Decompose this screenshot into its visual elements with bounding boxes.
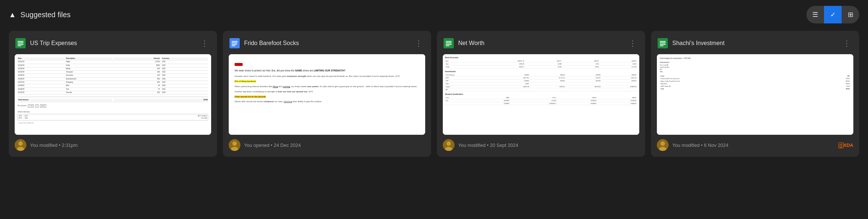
svg-rect-13	[232, 44, 237, 45]
card-meta: You modified • 2:31pm	[30, 142, 78, 148]
svg-rect-14	[232, 45, 235, 46]
more-icon: ⋮	[415, 39, 422, 48]
view-toggle-group: ☰ ✓ ⊞	[806, 6, 859, 23]
doc-highlight	[235, 63, 243, 66]
svg-rect-1	[18, 41, 23, 42]
more-options-button[interactable]: ⋮	[840, 37, 853, 50]
sheets-icon	[443, 37, 455, 49]
svg-rect-4	[18, 45, 21, 46]
card-us-trip[interactable]: US Trip Expenses ⋮ DateDescriptionAmount…	[9, 31, 217, 157]
collapse-icon[interactable]: ▲	[9, 11, 16, 19]
card-footer: You modified • 6 Nov 2024 []XDA	[657, 139, 853, 151]
avatar	[15, 139, 26, 151]
svg-point-26	[446, 141, 451, 146]
card-header: US Trip Expenses ⋮	[15, 37, 211, 50]
card-preview: DateDescriptionAmountCurrency 01/01/24Fl…	[15, 54, 211, 135]
svg-rect-32	[660, 45, 663, 46]
menu-button[interactable]: ☰	[806, 6, 824, 23]
card-footer: You opened • 24 Dec 2024	[229, 139, 425, 151]
svg-point-36	[661, 141, 665, 146]
card-preview: Total budget for investment = ₹70,000 In…	[657, 54, 853, 135]
svg-rect-3	[18, 44, 23, 45]
avatar	[229, 139, 240, 151]
sheets-icon	[15, 37, 26, 49]
card-meta: You opened • 24 Dec 2024	[244, 142, 301, 148]
networth-preview-content: Bank Accounts Axis108097.742641772001971…	[443, 54, 639, 135]
invest-preview-content: Total budget for investment = ₹70,000 In…	[657, 54, 853, 135]
svg-rect-22	[446, 45, 449, 46]
card-preview: Bank Accounts Axis108097.742641772001971…	[443, 54, 639, 135]
more-icon: ⋮	[843, 39, 850, 48]
svg-rect-11	[232, 41, 238, 42]
svg-rect-31	[660, 44, 666, 45]
card-meta: You modified • 20 Sept 2024	[458, 142, 518, 148]
more-icon: ⋮	[629, 39, 636, 48]
card-footer: You modified • 20 Sept 2024	[443, 139, 639, 151]
header-left: ▲ Suggested files	[9, 11, 71, 19]
more-options-button[interactable]: ⋮	[198, 37, 211, 50]
svg-rect-30	[660, 42, 666, 43]
card-title-group: Shachi's Investment	[657, 37, 725, 49]
card-header: Net Worth ⋮	[443, 37, 639, 50]
docs-icon	[229, 37, 240, 49]
more-icon: ⋮	[201, 39, 208, 48]
card-name: Shachi's Investment	[672, 40, 725, 47]
card-header: Frido Barefoot Socks ⋮	[229, 37, 425, 50]
section-header: ▲ Suggested files ☰ ✓ ⊞	[9, 6, 859, 23]
card-header: Shachi's Investment ⋮	[657, 37, 853, 50]
svg-point-16	[232, 141, 237, 146]
grid-button[interactable]: ⊞	[842, 6, 859, 23]
grid-icon: ⊞	[848, 11, 853, 19]
sheet-preview-content: DateDescriptionAmountCurrency 01/01/24Fl…	[15, 54, 211, 135]
section-title: Suggested files	[21, 11, 71, 19]
card-meta: You modified • 6 Nov 2024	[672, 142, 728, 148]
check-icon: ✓	[830, 11, 836, 19]
card-title-group: US Trip Expenses	[15, 37, 77, 49]
svg-rect-19	[446, 41, 452, 42]
more-options-button[interactable]: ⋮	[412, 37, 425, 50]
card-title-group: Frido Barefoot Socks	[229, 37, 299, 49]
xda-watermark: []XDA	[838, 142, 853, 148]
svg-rect-12	[232, 42, 238, 43]
header-actions: ☰ ✓ ⊞	[806, 6, 859, 23]
avatar	[657, 139, 669, 151]
menu-icon: ☰	[812, 11, 818, 19]
svg-rect-20	[446, 42, 452, 43]
card-title-group: Net Worth	[443, 37, 485, 49]
more-options-button[interactable]: ⋮	[626, 37, 639, 50]
svg-rect-29	[660, 41, 666, 42]
cards-grid: US Trip Expenses ⋮ DateDescriptionAmount…	[9, 31, 859, 157]
svg-point-8	[18, 141, 23, 146]
card-preview: We wear shoes to protect our feet. But, …	[229, 54, 425, 135]
check-button[interactable]: ✓	[824, 6, 842, 23]
doc-preview-content: We wear shoes to protect our feet. But, …	[229, 54, 425, 135]
card-shachi-investment[interactable]: Shachi's Investment ⋮ Total budget for i…	[651, 31, 859, 157]
card-name: US Trip Expenses	[30, 40, 77, 47]
svg-rect-2	[18, 42, 23, 43]
card-name: Frido Barefoot Socks	[244, 40, 299, 47]
card-name: Net Worth	[458, 40, 485, 47]
card-frido-socks[interactable]: Frido Barefoot Socks ⋮ We wear shoes to …	[223, 31, 431, 157]
card-net-worth[interactable]: Net Worth ⋮ Bank Accounts Axis108097.742…	[437, 31, 645, 157]
suggested-files-section: ▲ Suggested files ☰ ✓ ⊞	[0, 0, 868, 163]
sheets-icon	[657, 37, 669, 49]
avatar	[443, 139, 455, 151]
card-footer: You modified • 2:31pm	[15, 139, 211, 151]
svg-rect-21	[446, 44, 452, 45]
